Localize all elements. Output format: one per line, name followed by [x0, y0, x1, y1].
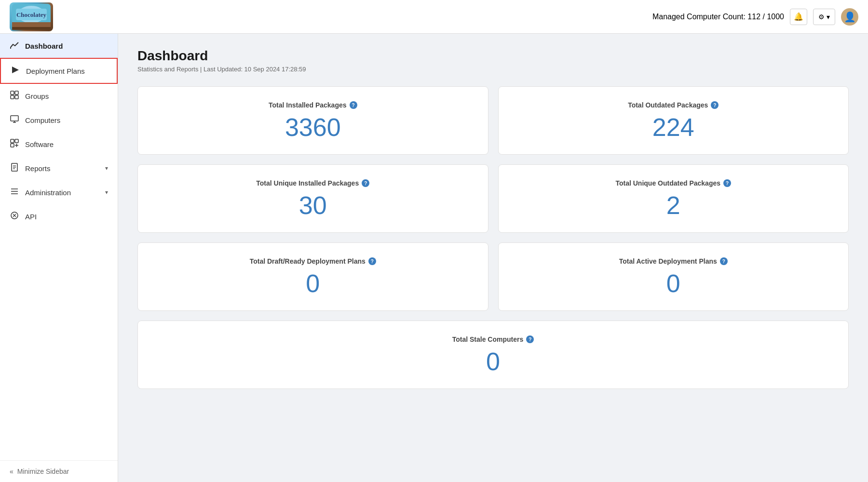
reports-chevron: ▾ — [105, 165, 108, 172]
card-value-unique-installed: 30 — [299, 193, 327, 218]
sidebar-item-administration[interactable]: Administration ▾ — [0, 180, 118, 204]
minimize-sidebar-button[interactable]: « Minimize Sidebar — [0, 460, 118, 482]
card-total-installed: Total Installed Packages ? 3360 — [137, 86, 488, 155]
page-title: Dashboard — [137, 48, 849, 64]
svg-rect-5 — [12, 27, 51, 30]
api-icon — [10, 211, 19, 222]
sidebar-label-computers: Computers — [25, 116, 60, 124]
sidebar-item-deployment-plans[interactable]: Deployment Plans — [0, 58, 118, 84]
sidebar-label-groups: Groups — [25, 92, 49, 100]
user-avatar[interactable]: 👤 — [841, 8, 858, 26]
sidebar-item-groups[interactable]: Groups — [0, 84, 118, 108]
stats-grid: Total Installed Packages ? 3360 Total Ou… — [137, 86, 849, 389]
help-icon-draft-deployment[interactable]: ? — [368, 257, 376, 265]
card-active-deployment: Total Active Deployment Plans ? 0 — [498, 242, 849, 311]
svg-rect-16 — [15, 139, 18, 143]
svg-marker-7 — [12, 67, 19, 73]
card-value-total-outdated: 224 — [652, 115, 694, 140]
help-icon-active-deployment[interactable]: ? — [720, 257, 728, 265]
gear-icon: ⚙ — [818, 13, 825, 21]
logo[interactable]: Chocolatey — [10, 2, 53, 31]
svg-rect-10 — [11, 95, 14, 99]
svg-rect-12 — [11, 116, 18, 121]
administration-chevron: ▾ — [105, 189, 108, 196]
sidebar-item-software[interactable]: Software — [0, 132, 118, 156]
card-unique-installed: Total Unique Installed Packages ? 30 — [137, 164, 488, 233]
help-icon-unique-installed[interactable]: ? — [362, 179, 369, 187]
card-value-unique-outdated: 2 — [666, 193, 680, 218]
header: Chocolatey Managed Computer Count: 112 /… — [0, 0, 868, 34]
computers-icon — [10, 115, 19, 125]
dashboard-icon — [10, 40, 19, 51]
sidebar-item-api[interactable]: API — [0, 204, 118, 228]
card-stale-computers: Total Stale Computers ? 0 — [137, 321, 849, 389]
card-title-stale-computers: Total Stale Computers ? — [452, 335, 534, 343]
sidebar-item-computers[interactable]: Computers — [0, 108, 118, 132]
sidebar-item-reports[interactable]: Reports ▾ — [0, 156, 118, 180]
sidebar-item-dashboard[interactable]: Dashboard — [0, 34, 118, 58]
card-title-unique-installed: Total Unique Installed Packages ? — [256, 179, 369, 187]
minimize-label: Minimize Sidebar — [17, 468, 69, 475]
card-draft-deployment: Total Draft/Ready Deployment Plans ? 0 — [137, 242, 488, 311]
svg-rect-9 — [15, 91, 18, 94]
sidebar-label-administration: Administration — [25, 188, 71, 197]
deployment-plans-icon — [11, 66, 20, 76]
svg-rect-15 — [11, 139, 14, 143]
help-icon-total-outdated[interactable]: ? — [711, 101, 719, 109]
card-title-total-outdated: Total Outdated Packages ? — [628, 101, 719, 109]
card-title-unique-outdated: Total Unique Outdated Packages ? — [615, 179, 731, 187]
sidebar-label-deployment-plans: Deployment Plans — [26, 67, 85, 75]
sidebar-label-api: API — [25, 213, 37, 221]
groups-icon — [10, 91, 19, 101]
avatar-icon: 👤 — [844, 11, 856, 23]
svg-rect-11 — [15, 95, 18, 99]
card-value-draft-deployment: 0 — [306, 271, 320, 296]
card-value-stale-computers: 0 — [486, 349, 500, 374]
svg-rect-8 — [11, 91, 14, 94]
managed-count-label: Managed Computer Count: 112 / 1000 — [652, 13, 784, 21]
svg-rect-17 — [11, 144, 14, 147]
software-icon — [10, 139, 19, 149]
main-content: Dashboard Statistics and Reports | Last … — [118, 34, 868, 482]
card-title-draft-deployment: Total Draft/Ready Deployment Plans ? — [250, 257, 376, 265]
help-icon-stale-computers[interactable]: ? — [526, 335, 534, 343]
header-right: Managed Computer Count: 112 / 1000 🔔 ⚙ ▾… — [652, 8, 858, 26]
card-value-active-deployment: 0 — [666, 271, 680, 296]
layout: Dashboard Deployment Plans G — [0, 34, 868, 482]
bell-button[interactable]: 🔔 — [790, 9, 807, 25]
card-unique-outdated: Total Unique Outdated Packages ? 2 — [498, 164, 849, 233]
reports-icon — [10, 163, 19, 174]
sidebar-label-software: Software — [25, 140, 54, 148]
card-title-active-deployment: Total Active Deployment Plans ? — [619, 257, 728, 265]
help-icon-total-installed[interactable]: ? — [350, 101, 357, 109]
card-value-total-installed: 3360 — [285, 115, 341, 140]
help-icon-unique-outdated[interactable]: ? — [723, 179, 731, 187]
gear-dropdown-icon: ▾ — [827, 13, 830, 21]
svg-text:Chocolatey: Chocolatey — [16, 11, 47, 18]
administration-icon — [10, 187, 19, 198]
card-title-total-installed: Total Installed Packages ? — [269, 101, 357, 109]
minimize-icon: « — [10, 468, 14, 475]
sidebar-label-dashboard: Dashboard — [25, 42, 63, 50]
sidebar-label-reports: Reports — [25, 164, 51, 173]
sidebar: Dashboard Deployment Plans G — [0, 34, 118, 482]
page-subtitle: Statistics and Reports | Last Updated: 1… — [137, 66, 849, 73]
bell-icon: 🔔 — [794, 12, 803, 21]
card-total-outdated: Total Outdated Packages ? 224 — [498, 86, 849, 155]
settings-button[interactable]: ⚙ ▾ — [813, 9, 835, 25]
